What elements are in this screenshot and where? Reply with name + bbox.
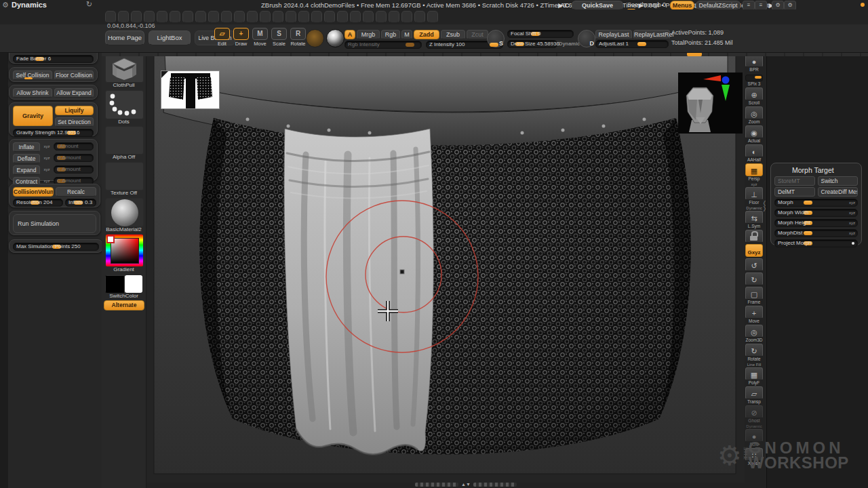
- right-strip-aahalf[interactable]: ◐ AAHalf: [745, 144, 764, 163]
- right-strip-polyf[interactable]: Line Fill ▦ PolyF: [745, 363, 764, 386]
- recalc-button[interactable]: Recalc: [56, 187, 96, 197]
- gravity-strength-slider[interactable]: Gravity Strength 12.93016: [13, 129, 94, 137]
- current-material-icon[interactable]: [326, 29, 344, 47]
- menu-item-render[interactable]: [324, 11, 335, 23]
- stroke-thumbnail[interactable]: [105, 90, 144, 119]
- current-brush-icon[interactable]: [306, 29, 324, 47]
- menu-item-picker[interactable]: [298, 11, 309, 23]
- menu-item-document[interactable]: [144, 11, 155, 23]
- set-direction-button[interactable]: Set Direction: [55, 117, 94, 127]
- tool-section-polypaint[interactable]: [767, 249, 868, 260]
- scroll-track-right[interactable]: [473, 483, 517, 487]
- morph-slider[interactable]: Morph xyz: [774, 199, 858, 207]
- deflate-xyz-toggle[interactable]: xyz: [42, 154, 52, 163]
- store-mt-button[interactable]: StoreMT: [774, 176, 815, 186]
- menu-item-file[interactable]: [195, 11, 206, 23]
- alternate-button[interactable]: Alternate: [104, 300, 144, 310]
- saturation-square[interactable]: [111, 238, 139, 264]
- tool-section-normal-map[interactable]: [767, 293, 868, 304]
- lightbox-button[interactable]: LightBox: [149, 30, 191, 45]
- mrgb-button[interactable]: Mrgb: [357, 30, 380, 39]
- secondary-color-swatch[interactable]: [125, 275, 142, 293]
- tool-section-fibermesh[interactable]: [767, 69, 868, 80]
- orientation-gizmo[interactable]: [678, 73, 743, 134]
- menu-item-transform[interactable]: [389, 11, 399, 23]
- viewport-canvas[interactable]: [146, 53, 745, 483]
- quicksave-button[interactable]: QuickSave: [572, 1, 623, 10]
- main-color-swatch[interactable]: [105, 275, 125, 293]
- tool-section-deformation[interactable]: [767, 113, 868, 123]
- draw-size-slider[interactable]: Draw Size 45.58936: [507, 40, 557, 48]
- morph-dist-slider[interactable]: MorphDist xyz: [774, 229, 858, 237]
- resolution-slider[interactable]: Resolution 204: [13, 199, 63, 207]
- run-simulation-button[interactable]: Run Simulation: [13, 214, 96, 233]
- right-strip-actual[interactable]: ◉ Actual: [745, 125, 764, 144]
- mode-scale[interactable]: S Scale: [271, 28, 288, 47]
- material-thumbnail[interactable]: [105, 198, 144, 227]
- e-amount-slider[interactable]: E Amount: [54, 165, 94, 174]
- right-strip-floor[interactable]: xyz ⊥ Floor: [745, 182, 764, 205]
- tool-section-masking[interactable]: [767, 123, 868, 134]
- tool-section-vector-displacement-map[interactable]: [767, 304, 868, 314]
- menus-button[interactable]: Menus: [670, 1, 694, 10]
- refresh-icon[interactable]: ↻: [86, 0, 92, 9]
- inflate-xyz-toggle[interactable]: xyz: [42, 142, 52, 152]
- right-strip-lock[interactable]: [745, 230, 764, 243]
- mode-draw[interactable]: + Draw: [233, 28, 250, 47]
- collision-volume-button[interactable]: CollisionVolum: [13, 187, 54, 197]
- menu-item-preferences[interactable]: [311, 11, 322, 23]
- i-amount-slider[interactable]: I Amount: [54, 142, 94, 150]
- right-strip-persp[interactable]: ▦ Persp: [745, 163, 764, 182]
- menu-item-marker[interactable]: [247, 11, 258, 23]
- cloth-tabard[interactable]: [284, 129, 433, 455]
- menu-item-edit[interactable]: [182, 11, 193, 23]
- canvas-scrollbar[interactable]: ▲▼: [415, 482, 530, 487]
- right-strip-spin-left[interactable]: ↺: [745, 258, 764, 272]
- inflate-button[interactable]: Inflate: [13, 142, 40, 152]
- allow-expand-button[interactable]: Allow Expand: [54, 88, 94, 98]
- zcut-button[interactable]: Zcut: [467, 30, 488, 39]
- right-strip-frame[interactable]: ▢ Frame: [745, 287, 764, 305]
- right-strip-zoom[interactable]: ◎ Zoom: [745, 106, 764, 125]
- menu-item-layer[interactable]: [208, 11, 219, 23]
- mode-rotate[interactable]: R Rotate: [290, 28, 307, 47]
- tool-section-uv-map[interactable]: [767, 260, 868, 271]
- rgb-intensity-slider[interactable]: Rgb Intensity: [344, 41, 422, 49]
- expand-button[interactable]: Expand: [13, 165, 40, 175]
- morph-target-header[interactable]: Morph Target: [774, 165, 858, 175]
- right-strip-rotate[interactable]: ↻ Rotate: [745, 344, 764, 362]
- tool-section-surface[interactable]: [767, 102, 868, 113]
- menu-item-mm-lights[interactable]: [273, 11, 283, 23]
- menu-item-stencil[interactable]: [337, 11, 348, 23]
- menu-item-stroke[interactable]: [350, 11, 361, 23]
- focal-shift-slider[interactable]: Focal Shift 0: [507, 30, 574, 38]
- tool-section-layers[interactable]: [767, 58, 868, 69]
- d-amount-slider[interactable]: D Amount: [54, 154, 94, 162]
- menu-item-draw[interactable]: [157, 11, 167, 23]
- color-picker[interactable]: [105, 234, 144, 267]
- menu-item-light[interactable]: [221, 11, 232, 23]
- right-strip-ghost[interactable]: ⊘ Ghost: [745, 405, 764, 424]
- right-strip-lsym[interactable]: Dynamic ⇆ L.Sym: [745, 206, 764, 229]
- floor-collision-button[interactable]: Floor Collision: [54, 70, 94, 80]
- menu-item-tool[interactable]: [376, 11, 387, 23]
- menu-item-dynamics[interactable]: [170, 11, 180, 23]
- tool-section-display-properties[interactable]: [767, 314, 868, 325]
- replay-last-rel-button[interactable]: ReplayLastRel: [633, 30, 670, 39]
- tool-section-polygroups[interactable]: [767, 145, 868, 156]
- tool-section-texture-map[interactable]: [767, 271, 868, 282]
- mode-edit[interactable]: ▱ Edit: [214, 28, 231, 47]
- zadd-button[interactable]: Zadd: [414, 30, 439, 39]
- creatediff-mesh-button[interactable]: CreateDiff Mes: [818, 187, 859, 197]
- texture-thumbnail[interactable]: [105, 162, 144, 190]
- config-icon-left[interactable]: ⚙: [772, 1, 784, 10]
- self-collision-button[interactable]: Self Collision: [13, 70, 52, 80]
- tray-collapse-arrows[interactable]: ❬❭: [762, 201, 767, 211]
- menu-item-alpha[interactable]: [105, 11, 116, 23]
- right-strip-transp[interactable]: ▱ Transp: [745, 386, 764, 405]
- right-strip-bpr[interactable]: ● BPR: [745, 54, 764, 73]
- tool-section-visibility[interactable]: [767, 134, 868, 145]
- tool-section-unified-skin[interactable]: [767, 325, 868, 336]
- rgb-button[interactable]: Rgb: [381, 30, 400, 39]
- right-strip-gxyz[interactable]: Gxyz: [745, 244, 764, 258]
